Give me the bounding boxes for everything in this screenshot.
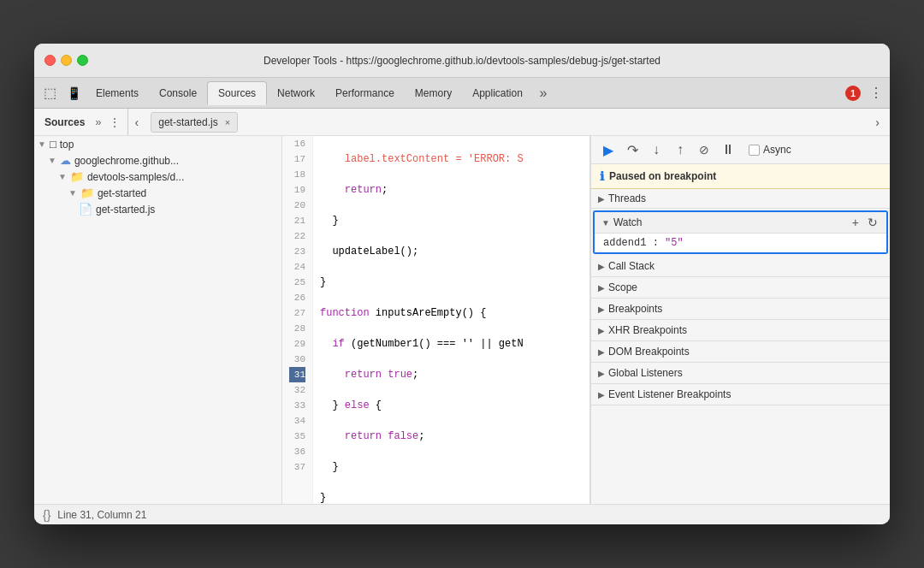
code-line-26: }: [320, 459, 583, 475]
error-indicator: 1: [845, 86, 861, 101]
dom-arrow-icon: ▶: [598, 347, 605, 357]
xhr-breakpoints-section: ▶ XHR Breakpoints: [591, 320, 890, 341]
inspect-icon[interactable]: ⬚: [38, 81, 62, 105]
titlebar: Developer Tools - https://googlechrome.g…: [34, 44, 890, 78]
error-count-badge: 1: [845, 86, 861, 101]
folder-getstarted-icon: 📁: [80, 186, 94, 199]
tab-sources[interactable]: Sources: [207, 81, 267, 105]
window-title: Developer Tools - https://googlechrome.g…: [264, 55, 660, 67]
global-listeners-arrow-icon: ▶: [598, 369, 605, 378]
resume-button[interactable]: ▶: [598, 139, 619, 160]
scope-section: ▶ Scope: [591, 277, 890, 299]
step-out-button[interactable]: ↑: [670, 139, 690, 160]
tab-application[interactable]: Application: [462, 81, 533, 105]
secondary-tabbar: Sources » ⋮ ‹ get-started.js × ›: [34, 109, 890, 136]
tree-label-get-started: get-started: [98, 187, 146, 199]
call-stack-header[interactable]: ▶ Call Stack: [591, 256, 890, 276]
maximize-button[interactable]: [77, 55, 88, 66]
file-tree-panel: ▼ □ top ▼ ☁ googlechrome.github... ▼ 📁 d…: [34, 136, 282, 504]
more-tabs-button[interactable]: »: [533, 83, 554, 104]
watch-entry-addend1: addend1 : "5": [595, 234, 886, 252]
tree-item-get-started[interactable]: ▼ 📁 get-started: [34, 185, 281, 201]
info-icon: ℹ: [600, 169, 604, 183]
expand-arrow-icon: ▼: [68, 188, 77, 198]
tree-item-top[interactable]: ▼ □ top: [34, 136, 281, 152]
threads-arrow-icon: ▶: [598, 194, 605, 204]
tab-performance[interactable]: Performance: [325, 81, 405, 105]
call-stack-arrow-icon: ▶: [598, 262, 605, 271]
tree-item-devtools-samples[interactable]: ▼ 📁 devtools-samples/d...: [34, 169, 281, 185]
cloud-icon: ☁: [60, 154, 71, 167]
code-line-25: return false;: [320, 429, 583, 444]
breakpoint-notice: ℹ Paused on breakpoint: [591, 164, 890, 189]
call-stack-label: Call Stack: [608, 260, 654, 272]
watch-arrow-icon: ▼: [601, 218, 610, 228]
xhr-arrow-icon: ▶: [598, 326, 605, 335]
tree-item-googlechrome[interactable]: ▼ ☁ googlechrome.github...: [34, 152, 281, 169]
traffic-lights: [44, 55, 88, 66]
watch-actions: + ↻: [850, 216, 880, 229]
dom-breakpoints-section: ▶ DOM Breakpoints: [591, 341, 890, 363]
dom-breakpoints-header[interactable]: ▶ DOM Breakpoints: [591, 341, 890, 362]
code-editor[interactable]: 1617181920 2122232425 2627282930 31 3233…: [282, 136, 590, 504]
sources-more-button[interactable]: »: [92, 114, 104, 130]
watch-refresh-button[interactable]: ↻: [866, 216, 880, 229]
pause-exceptions-button[interactable]: ⏸: [718, 139, 738, 160]
tab-network[interactable]: Network: [267, 81, 325, 105]
event-listener-arrow-icon: ▶: [598, 390, 605, 399]
threads-label: Threads: [608, 192, 646, 204]
devtools-menu-button[interactable]: ⋮: [866, 83, 886, 104]
breakpoints-header[interactable]: ▶ Breakpoints: [591, 299, 890, 319]
watch-add-button[interactable]: +: [850, 216, 861, 229]
close-button[interactable]: [44, 55, 56, 66]
step-over-button[interactable]: ↷: [622, 139, 643, 160]
global-listeners-section: ▶ Global Listeners: [591, 363, 890, 384]
tab-elements[interactable]: Elements: [86, 81, 149, 105]
tree-label-top: top: [60, 139, 74, 151]
main-layout: ▼ □ top ▼ ☁ googlechrome.github... ▼ 📁 d…: [34, 136, 890, 504]
devtools-window: Developer Tools - https://googlechrome.g…: [34, 44, 890, 524]
minimize-button[interactable]: [61, 55, 72, 66]
watch-label: Watch: [613, 216, 643, 228]
panel-toggle-right-icon[interactable]: ›: [875, 115, 886, 129]
file-tab-close-icon[interactable]: ×: [225, 117, 230, 127]
threads-section-header[interactable]: ▶ Threads: [591, 189, 890, 209]
file-tab-get-started[interactable]: get-started.js ×: [151, 112, 238, 133]
right-debug-panel: ▶ ↷ ↓ ↑ ⊘ ⏸ Async ℹ Paused on breakpoint…: [590, 136, 890, 504]
tree-label-devtools: devtools-samples/d...: [87, 171, 184, 183]
tab-memory[interactable]: Memory: [405, 81, 462, 105]
tree-item-getstarted-js[interactable]: 📄 get-started.js: [34, 201, 281, 217]
line-numbers: 1617181920 2122232425 2627282930 31 3233…: [282, 136, 313, 504]
device-icon[interactable]: 📱: [62, 81, 86, 105]
line-column-info: Line 31, Column 21: [57, 509, 146, 521]
event-listener-header[interactable]: ▶ Event Listener Breakpoints: [591, 384, 890, 405]
event-listener-section: ▶ Event Listener Breakpoints: [591, 384, 890, 405]
sources-panel-label: Sources: [38, 116, 92, 128]
expand-arrow-icon: ▼: [48, 156, 56, 165]
breakpoint-notice-text: Paused on breakpoint: [609, 170, 716, 182]
code-area: 1617181920 2122232425 2627282930 31 3233…: [282, 136, 589, 504]
code-line-17: return;: [320, 182, 583, 198]
xhr-breakpoints-header[interactable]: ▶ XHR Breakpoints: [591, 320, 890, 340]
scope-header[interactable]: ▶ Scope: [591, 277, 890, 298]
global-listeners-label: Global Listeners: [608, 367, 683, 379]
step-into-button[interactable]: ↓: [646, 139, 666, 160]
sources-menu-icon[interactable]: ⋮: [109, 115, 121, 129]
watch-value: "5": [665, 237, 684, 249]
async-checkbox[interactable]: [749, 145, 760, 156]
xhr-breakpoints-label: XHR Breakpoints: [608, 324, 687, 336]
call-stack-section: ▶ Call Stack: [591, 256, 890, 277]
tab-console[interactable]: Console: [149, 81, 207, 105]
watch-separator: :: [653, 237, 665, 249]
dom-breakpoints-label: DOM Breakpoints: [608, 346, 690, 358]
status-bar: {} Line 31, Column 21: [34, 504, 890, 524]
panel-toggle-left-icon[interactable]: ‹: [135, 115, 139, 129]
main-tabbar: ⬚ 📱 Elements Console Sources Network Per…: [34, 78, 890, 109]
breakpoints-section: ▶ Breakpoints: [591, 299, 890, 320]
folder-top-icon: □: [50, 138, 56, 151]
async-text: Async: [763, 144, 791, 156]
deactivate-breakpoints-button[interactable]: ⊘: [694, 139, 714, 160]
global-listeners-header[interactable]: ▶ Global Listeners: [591, 363, 890, 383]
tree-label-getstarted-js: get-started.js: [96, 204, 155, 216]
format-icon[interactable]: {}: [43, 508, 50, 522]
